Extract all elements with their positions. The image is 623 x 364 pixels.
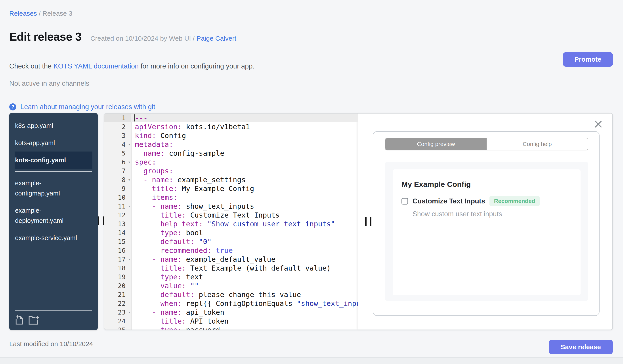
file-name: example-deployment.yaml — [15, 205, 82, 226]
yaml-code-editor[interactable]: 1---2apiVersion: kots.io/v1beta13kind: C… — [104, 114, 358, 329]
page-title: Edit release 3 — [9, 30, 82, 43]
config-group-title: My Example Config — [401, 180, 471, 189]
code-text: default: "0" — [131, 237, 358, 246]
fold-arrow-icon[interactable]: ▾ — [128, 175, 131, 184]
last-modified-text: Last modified on 10/10/2024 — [9, 340, 93, 348]
file-name: k8s-app.yaml — [15, 121, 53, 131]
channel-status: Not active in any channels — [9, 80, 89, 87]
line-number: 5 — [104, 149, 131, 158]
file-name: example-configmap.yaml — [15, 178, 82, 198]
code-line-16[interactable]: 16 recommended: true — [104, 246, 358, 255]
sidebar-file-example-service.yaml[interactable]: example-service.yaml — [9, 229, 98, 246]
sidebar-file-kots-config.yaml[interactable]: kots-config.yaml — [15, 152, 92, 169]
code-text: type: password — [131, 325, 358, 329]
code-line-9[interactable]: 9 title: My Example Config — [104, 184, 358, 193]
code-line-10[interactable]: 10 items: — [104, 193, 358, 202]
question-mark-icon: ? — [9, 103, 16, 110]
indent-guide — [152, 220, 152, 228]
code-line-1[interactable]: 1--- — [104, 114, 358, 122]
config-item-checkbox[interactable] — [401, 198, 408, 204]
code-line-11[interactable]: 11▾ - name: show_text_inputs — [104, 202, 358, 211]
code-text: type: text — [131, 273, 358, 281]
code-line-21[interactable]: 21 default: please change this value — [104, 290, 358, 299]
file-name: example-service.yaml — [15, 233, 77, 243]
code-lines: 1---2apiVersion: kots.io/v1beta13kind: C… — [104, 114, 358, 329]
line-number: 18 — [104, 264, 131, 273]
code-text: when: repl{{ ConfigOptionEquals "show_te… — [131, 299, 358, 308]
git-help-link[interactable]: ? Learn about managing your releases wit… — [9, 103, 155, 111]
fold-arrow-icon[interactable]: ▾ — [128, 158, 131, 166]
fold-arrow-icon[interactable]: ▾ — [128, 202, 131, 211]
code-line-20[interactable]: 20 value: "" — [104, 281, 358, 290]
indent-guide — [152, 264, 152, 273]
indent-guide — [152, 299, 152, 308]
code-line-4[interactable]: 4▾metadata: — [104, 140, 358, 149]
kots-yaml-doc-link[interactable]: KOTS YAML documentation — [53, 62, 139, 70]
code-line-22[interactable]: 22 when: repl{{ ConfigOptionEquals "show… — [104, 299, 358, 308]
new-folder-icon — [28, 315, 40, 325]
code-line-13[interactable]: 13 help_text: "Show custom user text inp… — [104, 220, 358, 228]
new-folder-button[interactable] — [28, 315, 40, 325]
code-line-18[interactable]: 18 title: Text Example (with default val… — [104, 264, 358, 273]
line-number: 22 — [104, 299, 131, 308]
code-text: type: bool — [131, 228, 358, 237]
code-line-7[interactable]: 7 groups: — [104, 166, 358, 175]
line-number: 6▾ — [104, 158, 131, 166]
tab-config-preview[interactable]: Config preview — [385, 138, 487, 150]
sidebar-file-example-deployment.yaml[interactable]: example-deployment.yaml — [9, 202, 98, 229]
code-text: apiVersion: kots.io/v1beta1 — [131, 122, 358, 131]
line-number: 1 — [104, 114, 131, 122]
code-line-19[interactable]: 19 type: text — [104, 273, 358, 281]
sidebar-actions — [15, 310, 92, 325]
fold-arrow-icon[interactable]: ▾ — [128, 255, 131, 264]
file-list-divider — [15, 171, 92, 172]
code-line-3[interactable]: 3kind: Config — [104, 131, 358, 140]
sidebar-file-example-configmap.yaml[interactable]: example-configmap.yaml — [9, 175, 98, 202]
code-text: - name: example_settings — [131, 175, 358, 184]
preview-card: Config previewConfig help My Example Con… — [373, 131, 600, 316]
code-line-25[interactable]: 25 type: password — [104, 325, 358, 329]
line-number: 14 — [104, 228, 131, 237]
doc-prefix: Check out the — [9, 62, 53, 70]
right-split-handle[interactable] — [365, 217, 372, 226]
code-line-23[interactable]: 23▾ - name: api_token — [104, 308, 358, 317]
code-line-24[interactable]: 24 title: API token — [104, 317, 358, 325]
left-split-handle[interactable] — [98, 217, 105, 225]
code-text: kind: Config — [131, 131, 358, 140]
code-text: - name: api_token — [131, 308, 358, 317]
indent-guide — [152, 290, 152, 299]
code-line-8[interactable]: 8▾ - name: example_settings — [104, 175, 358, 184]
sidebar-file-k8s-app.yaml[interactable]: k8s-app.yaml — [9, 117, 98, 134]
promote-button[interactable]: Promote — [563, 52, 613, 67]
code-line-6[interactable]: 6▾spec: — [104, 158, 358, 166]
code-text: value: "" — [131, 281, 358, 290]
close-preview-button[interactable] — [594, 120, 602, 128]
created-text: Created on 10/10/2024 by Web UI / — [90, 35, 197, 42]
page: Releases / Release 3 Edit release 3 Crea… — [0, 0, 623, 364]
bottom-band — [0, 357, 623, 364]
breadcrumb-releases-link[interactable]: Releases — [9, 10, 37, 17]
author-link[interactable]: Paige Calvert — [197, 35, 236, 42]
fold-arrow-icon[interactable]: ▾ — [128, 308, 131, 317]
close-icon — [594, 120, 602, 128]
code-line-17[interactable]: 17▾ - name: example_default_value — [104, 255, 358, 264]
code-line-12[interactable]: 12 title: Customize Text Inputs — [104, 211, 358, 220]
line-number: 2 — [104, 122, 131, 131]
line-number: 4▾ — [104, 140, 131, 149]
tab-config-help[interactable]: Config help — [487, 138, 588, 150]
line-number: 19 — [104, 273, 131, 281]
new-file-button[interactable] — [15, 315, 23, 325]
code-line-15[interactable]: 15 default: "0" — [104, 237, 358, 246]
code-line-14[interactable]: 14 type: bool — [104, 228, 358, 237]
code-text: default: please change this value — [131, 290, 358, 299]
code-line-2[interactable]: 2apiVersion: kots.io/v1beta1 — [104, 122, 358, 131]
save-release-button[interactable]: Save release — [549, 340, 613, 354]
indent-guide — [152, 237, 152, 246]
line-number: 8▾ — [104, 175, 131, 184]
fold-arrow-icon[interactable]: ▾ — [128, 140, 131, 149]
sidebar-file-kots-app.yaml[interactable]: kots-app.yaml — [9, 134, 98, 152]
indent-guide — [152, 273, 152, 281]
code-line-5[interactable]: 5 name: config-sample — [104, 149, 358, 158]
line-number: 17▾ — [104, 255, 131, 264]
breadcrumb-separator: / — [37, 10, 43, 17]
